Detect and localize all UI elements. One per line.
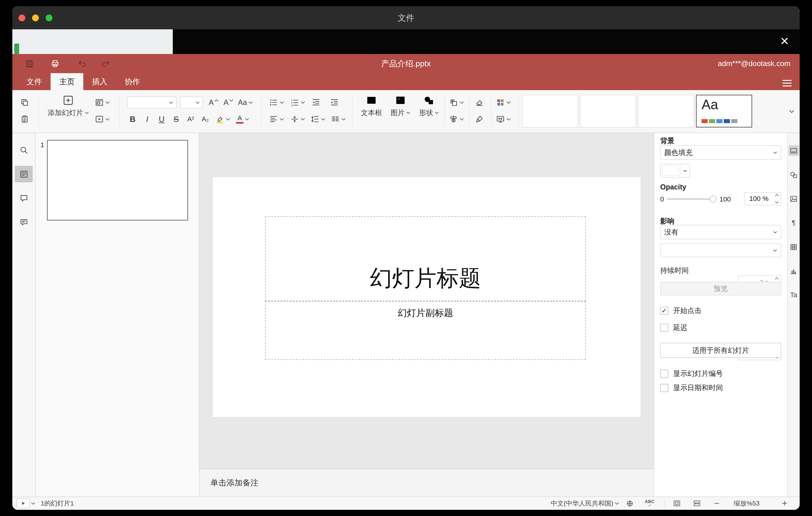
shape-settings-icon[interactable] (788, 169, 799, 180)
slide-layout-icon[interactable] (93, 96, 111, 109)
color-scheme-icon[interactable] (494, 96, 512, 109)
slides-panel-icon[interactable] (15, 166, 33, 182)
align-shape-icon[interactable] (447, 112, 465, 126)
collapse-toolbar-icon[interactable] (786, 107, 795, 115)
svg-text:3: 3 (291, 104, 292, 107)
spellcheck-icon[interactable]: ABC✓ (645, 497, 655, 510)
increase-font-size-icon[interactable]: A (207, 96, 220, 109)
theme-preview-3[interactable] (638, 95, 694, 127)
show-datetime-label: 显示日期和时间 (673, 383, 723, 393)
effect-variant-select[interactable] (660, 243, 781, 257)
font-size-select[interactable] (180, 96, 203, 108)
theme-preview-2[interactable] (580, 95, 636, 127)
zoom-level: 缩放%53 (726, 497, 767, 510)
language-selector[interactable]: 中文(中华人民共和国) (551, 497, 619, 510)
comments-icon[interactable] (15, 190, 33, 206)
tab-file[interactable]: 文件 (18, 73, 51, 90)
theme-preview-4-selected[interactable]: Aa (696, 95, 752, 127)
save-icon[interactable] (23, 57, 36, 70)
slide-size-icon[interactable] (494, 112, 512, 126)
undo-icon[interactable] (75, 57, 89, 70)
opacity-spinner[interactable]: 100 % (744, 192, 781, 205)
show-datetime-checkbox[interactable] (660, 384, 668, 392)
fit-slide-button[interactable] (672, 497, 681, 510)
image-label: 图片 (390, 108, 405, 118)
fit-width-button[interactable] (693, 497, 701, 510)
zoom-out-button[interactable]: − (712, 497, 722, 510)
tab-insert[interactable]: 插入 (83, 73, 116, 90)
redo-icon[interactable] (99, 57, 112, 70)
slide-settings-icon[interactable] (788, 145, 799, 156)
menu-icon[interactable] (782, 78, 792, 88)
insert-image-button[interactable]: 图片 (387, 94, 414, 118)
italic-button[interactable]: I (140, 112, 154, 126)
start-slideshow-button[interactable] (17, 497, 35, 510)
current-fill-color (662, 166, 678, 176)
clear-style-icon[interactable] (473, 96, 486, 109)
subscript-button[interactable]: A₂ (198, 112, 212, 126)
tab-home[interactable]: 主页 (51, 73, 83, 90)
print-icon[interactable] (48, 57, 62, 70)
zoom-in-button[interactable]: + (779, 497, 790, 510)
delay-label: 延迟 (673, 323, 687, 333)
document-language-icon[interactable] (626, 497, 634, 510)
thumbnails-panel: 1 (35, 133, 199, 496)
copy-style-icon[interactable] (473, 112, 486, 126)
vertical-align-icon[interactable] (289, 112, 306, 126)
show-slide-number-checkbox[interactable] (660, 370, 668, 378)
effect-select[interactable]: 没有 (660, 225, 781, 239)
fill-color-swatch[interactable] (660, 164, 690, 177)
overlay-backdrop: ✕ (12, 29, 800, 54)
horizontal-align-icon[interactable] (268, 112, 285, 126)
paste-icon[interactable] (18, 112, 31, 126)
strikethrough-button[interactable]: S (169, 112, 183, 126)
bold-button[interactable]: B (126, 112, 140, 126)
font-color-icon[interactable]: A (233, 112, 252, 126)
chart-settings-icon[interactable] (788, 266, 799, 276)
apply-to-all-button[interactable]: 适用于所有幻灯片 (660, 343, 781, 358)
slide-thumbnail-1[interactable] (47, 140, 188, 221)
show-datetime-row: 显示日期和时间 (660, 383, 723, 393)
fill-type-select[interactable]: 颜色填充 (660, 145, 781, 160)
app-window: 文件 ✕ 产品介绍.pptx adm***@dootask.com 文件 (12, 6, 800, 510)
paragraph-settings-icon[interactable]: ¶ (788, 218, 799, 228)
slide-indicator: 1的幻灯片1 (41, 497, 74, 510)
underline-button[interactable]: U (155, 112, 169, 126)
theme-label: Aa (701, 98, 752, 111)
superscript-button[interactable]: A² (184, 112, 198, 126)
increase-indent-icon[interactable] (328, 96, 341, 109)
bullet-list-icon[interactable] (268, 96, 285, 109)
columns-icon[interactable] (329, 112, 347, 126)
theme-preview-1[interactable] (522, 95, 578, 127)
text-box-button[interactable]: 文本框 (357, 94, 386, 118)
slide[interactable]: 幻灯片标题 幻灯片副标题 (213, 177, 640, 417)
line-spacing-icon[interactable] (309, 112, 326, 126)
opacity-slider-knob[interactable] (709, 196, 716, 202)
delay-checkbox[interactable] (660, 324, 668, 332)
search-icon[interactable] (15, 142, 33, 158)
title-placeholder[interactable]: 幻灯片标题 (265, 216, 586, 301)
tab-collaboration[interactable]: 协作 (116, 73, 149, 90)
highlight-color-icon[interactable] (213, 112, 232, 126)
decrease-indent-icon[interactable] (309, 96, 323, 109)
start-slideshow-icon[interactable] (93, 112, 111, 126)
add-slide-button[interactable]: 添加幻灯片 (43, 94, 93, 118)
close-icon[interactable]: ✕ (778, 34, 792, 49)
change-case-icon[interactable]: Aa (236, 96, 254, 109)
preview-button[interactable]: 预览 (660, 282, 781, 295)
table-settings-icon[interactable] (788, 242, 799, 252)
opacity-slider-track[interactable] (667, 198, 713, 200)
font-name-select[interactable] (127, 96, 176, 108)
arrange-shape-icon[interactable] (447, 96, 465, 109)
text-art-settings-icon[interactable]: Ta (788, 290, 799, 300)
decrease-font-size-icon[interactable]: A (222, 96, 235, 109)
feedback-icon[interactable] (15, 214, 33, 231)
start-on-click-checkbox[interactable]: ✓ (660, 307, 668, 315)
insert-shape-button[interactable]: 形状 (415, 94, 442, 118)
image-settings-icon[interactable] (788, 194, 799, 204)
copy-icon[interactable] (18, 96, 31, 109)
toolbar: 添加幻灯片 A A Aa (12, 90, 800, 133)
subtitle-placeholder[interactable]: 幻灯片副标题 (265, 301, 586, 360)
numbered-list-icon[interactable]: 123 (289, 96, 306, 109)
notes-area[interactable]: 单击添加备注 (199, 469, 654, 496)
